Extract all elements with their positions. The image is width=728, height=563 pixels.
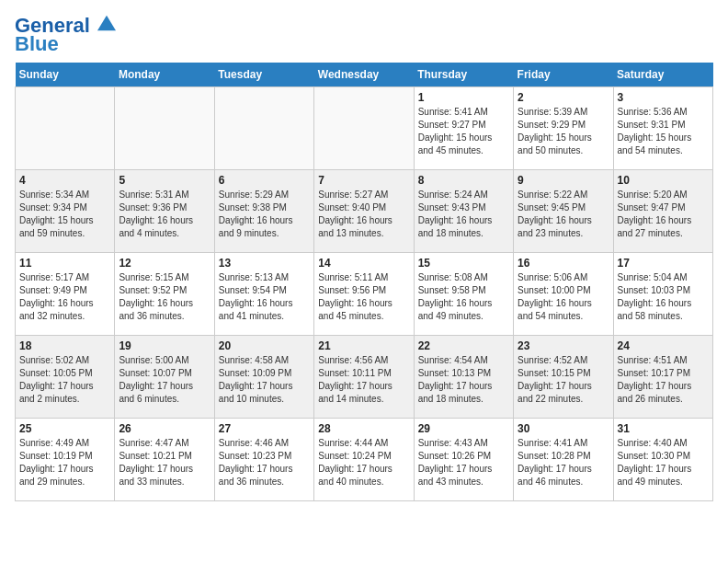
- day-info: Sunrise: 5:13 AM Sunset: 9:54 PM Dayligh…: [219, 271, 310, 323]
- day-info: Sunrise: 5:02 AM Sunset: 10:05 PM Daylig…: [19, 354, 110, 406]
- day-number: 14: [318, 257, 409, 270]
- calendar-week-row: 1Sunrise: 5:41 AM Sunset: 9:27 PM Daylig…: [16, 87, 713, 170]
- day-number: 25: [19, 422, 110, 435]
- day-number: 3: [618, 91, 709, 104]
- calendar-header-row: SundayMondayTuesdayWednesdayThursdayFrid…: [16, 63, 713, 87]
- day-info: Sunrise: 5:11 AM Sunset: 9:56 PM Dayligh…: [318, 271, 409, 323]
- day-number: 21: [318, 339, 409, 352]
- calendar-cell: 2Sunrise: 5:39 AM Sunset: 9:29 PM Daylig…: [514, 87, 613, 170]
- calendar-cell: [115, 87, 214, 170]
- calendar-week-row: 11Sunrise: 5:17 AM Sunset: 9:49 PM Dayli…: [16, 253, 713, 336]
- day-info: Sunrise: 5:31 AM Sunset: 9:36 PM Dayligh…: [119, 189, 210, 240]
- day-info: Sunrise: 5:00 AM Sunset: 10:07 PM Daylig…: [119, 354, 210, 406]
- day-info: Sunrise: 5:20 AM Sunset: 9:47 PM Dayligh…: [618, 189, 709, 240]
- calendar-cell: 12Sunrise: 5:15 AM Sunset: 9:52 PM Dayli…: [115, 253, 214, 336]
- calendar-cell: 7Sunrise: 5:27 AM Sunset: 9:40 PM Daylig…: [314, 170, 414, 253]
- day-header-thursday: Thursday: [414, 63, 513, 87]
- day-number: 29: [418, 422, 509, 435]
- day-number: 2: [518, 91, 609, 104]
- calendar-cell: 5Sunrise: 5:31 AM Sunset: 9:36 PM Daylig…: [115, 170, 214, 253]
- calendar-body: 1Sunrise: 5:41 AM Sunset: 9:27 PM Daylig…: [16, 87, 713, 501]
- day-number: 6: [219, 174, 310, 187]
- day-info: Sunrise: 5:41 AM Sunset: 9:27 PM Dayligh…: [418, 106, 509, 157]
- day-info: Sunrise: 5:29 AM Sunset: 9:38 PM Dayligh…: [219, 189, 310, 240]
- day-info: Sunrise: 4:54 AM Sunset: 10:13 PM Daylig…: [418, 354, 509, 406]
- day-info: Sunrise: 4:58 AM Sunset: 10:09 PM Daylig…: [219, 354, 310, 406]
- day-number: 17: [618, 257, 709, 270]
- day-info: Sunrise: 5:36 AM Sunset: 9:31 PM Dayligh…: [618, 106, 709, 157]
- calendar-cell: 23Sunrise: 4:52 AM Sunset: 10:15 PM Dayl…: [514, 336, 613, 419]
- calendar-cell: 8Sunrise: 5:24 AM Sunset: 9:43 PM Daylig…: [414, 170, 513, 253]
- day-header-monday: Monday: [115, 63, 214, 87]
- day-number: 31: [618, 422, 709, 435]
- day-info: Sunrise: 4:51 AM Sunset: 10:17 PM Daylig…: [618, 354, 709, 406]
- calendar-cell: 18Sunrise: 5:02 AM Sunset: 10:05 PM Dayl…: [16, 336, 115, 419]
- day-info: Sunrise: 4:56 AM Sunset: 10:11 PM Daylig…: [318, 354, 409, 406]
- calendar-table: SundayMondayTuesdayWednesdayThursdayFrid…: [15, 63, 713, 501]
- day-number: 12: [119, 257, 210, 270]
- day-info: Sunrise: 5:04 AM Sunset: 10:03 PM Daylig…: [618, 271, 709, 323]
- day-number: 30: [518, 422, 609, 435]
- calendar-cell: 19Sunrise: 5:00 AM Sunset: 10:07 PM Dayl…: [115, 336, 214, 419]
- calendar-cell: 16Sunrise: 5:06 AM Sunset: 10:00 PM Dayl…: [514, 253, 613, 336]
- day-number: 23: [518, 339, 609, 352]
- calendar-cell: [214, 87, 313, 170]
- day-info: Sunrise: 4:52 AM Sunset: 10:15 PM Daylig…: [518, 354, 609, 406]
- day-number: 20: [219, 339, 310, 352]
- day-number: 7: [318, 174, 409, 187]
- day-info: Sunrise: 4:43 AM Sunset: 10:26 PM Daylig…: [418, 437, 509, 488]
- calendar-cell: 14Sunrise: 5:11 AM Sunset: 9:56 PM Dayli…: [314, 253, 414, 336]
- calendar-week-row: 25Sunrise: 4:49 AM Sunset: 10:19 PM Dayl…: [16, 419, 713, 501]
- calendar-cell: 17Sunrise: 5:04 AM Sunset: 10:03 PM Dayl…: [613, 253, 712, 336]
- day-header-wednesday: Wednesday: [314, 63, 414, 87]
- calendar-cell: [314, 87, 414, 170]
- day-number: 24: [618, 339, 709, 352]
- day-header-sunday: Sunday: [16, 63, 115, 87]
- calendar-cell: 15Sunrise: 5:08 AM Sunset: 9:58 PM Dayli…: [414, 253, 513, 336]
- day-info: Sunrise: 5:34 AM Sunset: 9:34 PM Dayligh…: [19, 189, 110, 240]
- calendar-cell: 4Sunrise: 5:34 AM Sunset: 9:34 PM Daylig…: [16, 170, 115, 253]
- calendar-cell: 29Sunrise: 4:43 AM Sunset: 10:26 PM Dayl…: [414, 419, 513, 501]
- day-number: 5: [119, 174, 210, 187]
- calendar-cell: 11Sunrise: 5:17 AM Sunset: 9:49 PM Dayli…: [16, 253, 115, 336]
- calendar-cell: 13Sunrise: 5:13 AM Sunset: 9:54 PM Dayli…: [214, 253, 313, 336]
- day-number: 9: [518, 174, 609, 187]
- day-number: 1: [418, 91, 509, 104]
- day-info: Sunrise: 5:06 AM Sunset: 10:00 PM Daylig…: [518, 271, 609, 323]
- day-info: Sunrise: 5:15 AM Sunset: 9:52 PM Dayligh…: [119, 271, 210, 323]
- day-info: Sunrise: 4:46 AM Sunset: 10:23 PM Daylig…: [219, 437, 310, 488]
- day-info: Sunrise: 5:39 AM Sunset: 9:29 PM Dayligh…: [518, 106, 609, 157]
- day-info: Sunrise: 5:17 AM Sunset: 9:49 PM Dayligh…: [19, 271, 110, 323]
- day-header-friday: Friday: [514, 63, 613, 87]
- calendar-cell: 22Sunrise: 4:54 AM Sunset: 10:13 PM Dayl…: [414, 336, 513, 419]
- day-header-tuesday: Tuesday: [214, 63, 313, 87]
- day-number: 26: [119, 422, 210, 435]
- calendar-cell: 28Sunrise: 4:44 AM Sunset: 10:24 PM Dayl…: [314, 419, 414, 501]
- day-number: 10: [618, 174, 709, 187]
- day-number: 8: [418, 174, 509, 187]
- calendar-week-row: 18Sunrise: 5:02 AM Sunset: 10:05 PM Dayl…: [16, 336, 713, 419]
- day-number: 28: [318, 422, 409, 435]
- logo: General Blue: [15, 15, 116, 55]
- calendar-cell: 20Sunrise: 4:58 AM Sunset: 10:09 PM Dayl…: [214, 336, 313, 419]
- svg-marker-0: [97, 16, 116, 31]
- day-number: 15: [418, 257, 509, 270]
- calendar-cell: 3Sunrise: 5:36 AM Sunset: 9:31 PM Daylig…: [613, 87, 712, 170]
- day-number: 16: [518, 257, 609, 270]
- calendar-cell: 21Sunrise: 4:56 AM Sunset: 10:11 PM Dayl…: [314, 336, 414, 419]
- calendar-cell: 6Sunrise: 5:29 AM Sunset: 9:38 PM Daylig…: [214, 170, 313, 253]
- page-header: General Blue: [15, 15, 713, 55]
- day-info: Sunrise: 4:41 AM Sunset: 10:28 PM Daylig…: [518, 437, 609, 488]
- calendar-week-row: 4Sunrise: 5:34 AM Sunset: 9:34 PM Daylig…: [16, 170, 713, 253]
- day-info: Sunrise: 4:47 AM Sunset: 10:21 PM Daylig…: [119, 437, 210, 488]
- day-info: Sunrise: 5:27 AM Sunset: 9:40 PM Dayligh…: [318, 189, 409, 240]
- day-info: Sunrise: 5:08 AM Sunset: 9:58 PM Dayligh…: [418, 271, 509, 323]
- day-info: Sunrise: 4:40 AM Sunset: 10:30 PM Daylig…: [618, 437, 709, 488]
- day-number: 11: [19, 257, 110, 270]
- calendar-cell: 25Sunrise: 4:49 AM Sunset: 10:19 PM Dayl…: [16, 419, 115, 501]
- day-number: 4: [19, 174, 110, 187]
- day-number: 18: [19, 339, 110, 352]
- calendar-cell: 27Sunrise: 4:46 AM Sunset: 10:23 PM Dayl…: [214, 419, 313, 501]
- day-number: 13: [219, 257, 310, 270]
- calendar-cell: 24Sunrise: 4:51 AM Sunset: 10:17 PM Dayl…: [613, 336, 712, 419]
